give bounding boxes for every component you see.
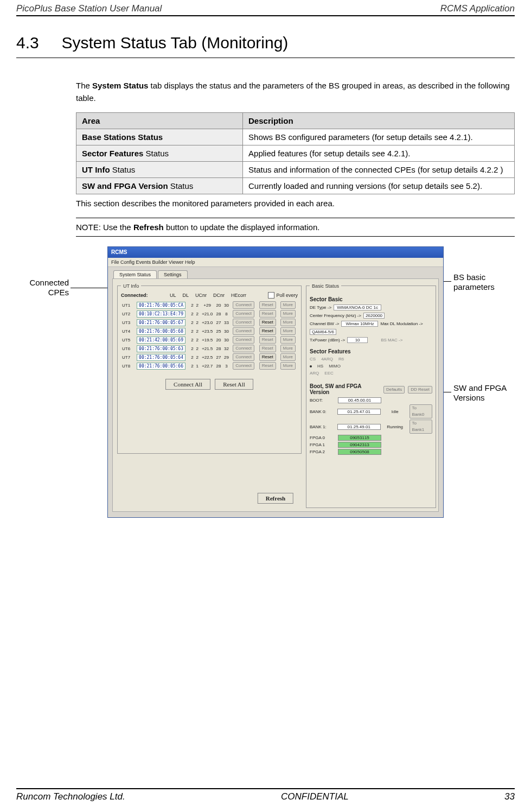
ut-row: UT100:21:76:00:05:CA22+292030ConnectRese…	[121, 301, 298, 309]
page-footer: Runcom Technologies Ltd. CONFIDENTIAL 33	[16, 788, 515, 802]
fw-version: 01.25.47.01	[337, 409, 381, 415]
mac-field[interactable]: 00:21:76:00:05:68	[137, 328, 185, 335]
ut-row: UT800:21:76:00:05:6621+22.7283ConnectRes…	[121, 361, 298, 370]
ut-info-legend: UT Info	[121, 283, 141, 289]
mac-field[interactable]: 00:21:76:00:05:CA	[137, 302, 185, 309]
table-row: Base Stations Status Shows BS configured…	[76, 129, 515, 145]
callout-connected-cpes: Connected CPEs	[17, 278, 69, 297]
more-button[interactable]: More	[280, 353, 296, 361]
table-row: UT Info Status Status and information of…	[76, 162, 515, 178]
connect-button[interactable]: Connect	[233, 362, 254, 370]
txpower-field[interactable]: 10	[347, 337, 368, 343]
center-freq-field[interactable]: 2620000	[363, 313, 385, 319]
de-type-field[interactable]: WiMAXNOA-0 DC 1c	[334, 304, 381, 310]
fw-version: 01.25.49.01	[337, 424, 381, 430]
table-header-row: Area Description	[76, 113, 515, 129]
connected-label: Connected:	[121, 293, 167, 298]
intro-paragraph: The System Status tab displays the statu…	[76, 80, 515, 104]
window-titlebar: RCMS	[108, 247, 443, 258]
ut-row: UT500:21:42:00:05:6922+19.52030ConnectRe…	[121, 335, 298, 344]
reset-button[interactable]: Reset	[259, 301, 276, 309]
mac-field[interactable]: 00:10:C2:13:E4:79	[137, 310, 185, 318]
mac-field[interactable]: 00:21:42:00:05:69	[137, 337, 185, 344]
reset-all-button[interactable]: Reset All	[215, 379, 253, 390]
page-header: PicoPlus Base Station User Manual RCMS A…	[16, 3, 515, 16]
to-bank-button[interactable]: To Bank0	[410, 404, 432, 418]
defaults-button[interactable]: Defaults	[383, 386, 405, 394]
to-bank-button[interactable]: To Bank1	[410, 420, 432, 434]
reset-button[interactable]: Reset	[259, 362, 276, 370]
mac-field[interactable]: 00:21:76:00:05:64	[137, 354, 185, 361]
version-head: Boot, SW and FPGA Version	[310, 383, 380, 395]
more-button[interactable]: More	[280, 345, 296, 352]
poll-checkbox[interactable]	[268, 292, 274, 299]
more-button[interactable]: More	[280, 327, 296, 335]
reset-button[interactable]: Reset	[259, 327, 276, 335]
more-button[interactable]: More	[280, 319, 296, 326]
reset-button[interactable]: Reset	[259, 353, 276, 361]
header-right: RCMS Application	[440, 3, 515, 14]
tab-system-status[interactable]: System Status	[113, 270, 157, 278]
reset-button[interactable]: Reset	[259, 336, 276, 344]
col-area: Area	[76, 113, 243, 129]
footer-left: Runcom Technologies Ltd.	[16, 791, 125, 802]
sector-basic-head: Sector Basic	[310, 296, 432, 302]
ut-row: UT700:21:76:00:05:6422+22.52729ConnectRe…	[121, 353, 298, 361]
connect-button[interactable]: Connect	[233, 336, 254, 344]
connect-button[interactable]: Connect	[233, 353, 254, 361]
ut-row: UT300:21:76:00:05:6722+23.02733ConnectRe…	[121, 318, 298, 327]
more-button[interactable]: More	[280, 362, 296, 370]
fw-row: FPGA 109042313	[310, 442, 432, 448]
fw-version: 09050508	[338, 449, 381, 455]
section-title-text: System Status Tab (Monitoring)	[61, 34, 288, 52]
mac-field[interactable]: 00:21:76:00:05:67	[137, 319, 185, 326]
monitored-paragraph: This section describes the monitored par…	[76, 199, 515, 208]
reset-button[interactable]: Reset	[259, 310, 276, 318]
mod-field[interactable]: QAM64-5/6	[310, 329, 336, 335]
reset-button[interactable]: Reset	[259, 319, 276, 326]
ut-row: UT400:21:76:00:05:6822+23.52530ConnectRe…	[121, 327, 298, 335]
fw-row: BOOT:00.45.00.01	[310, 397, 432, 403]
section-number: 4.3	[16, 34, 39, 52]
table-row: SW and FPGA Version Status Currently loa…	[76, 178, 515, 194]
fw-version: 00.45.00.01	[338, 397, 381, 403]
fw-row: BANK 1:01.25.49.01RunningTo Bank1	[310, 420, 432, 434]
more-button[interactable]: More	[280, 336, 296, 344]
fw-version: 09042313	[338, 442, 381, 448]
sector-features-head: Sector Features	[310, 348, 432, 354]
col-desc: Description	[243, 113, 515, 129]
tab-settings[interactable]: Settings	[158, 270, 188, 278]
description-table: Area Description Base Stations Status Sh…	[76, 112, 515, 194]
mac-field[interactable]: 00:21:76:00:05:63	[137, 345, 185, 352]
menubar[interactable]: File Config Events Builder Viewer Help	[108, 258, 443, 267]
connect-button[interactable]: Connect	[233, 310, 254, 318]
dd-reset-button[interactable]: DD Reset	[408, 386, 432, 394]
basic-status-group: Basic Status Sector Basic DE Type -> WiM…	[306, 286, 436, 508]
reset-button[interactable]: Reset	[259, 345, 276, 352]
footer-center: CONFIDENTIAL	[281, 791, 349, 802]
ut-row: UT600:21:76:00:05:6322+21.52832ConnectRe…	[121, 344, 298, 353]
connected-row: Connected: UL DL UCnr DCnr HEcorr Poll e…	[121, 292, 298, 299]
connect-button[interactable]: Connect	[233, 327, 254, 335]
callout-sw-fpga: SW and FPGA Versions	[453, 383, 515, 403]
connect-button[interactable]: Connect	[233, 301, 254, 309]
poll-every-label: Poll every	[276, 293, 298, 298]
header-left: PicoPlus Base Station User Manual	[16, 3, 162, 14]
refresh-button[interactable]: Refresh	[258, 493, 293, 504]
footer-right: 33	[504, 791, 515, 802]
section-heading: 4.3 System Status Tab (Monitoring)	[16, 34, 515, 58]
basic-status-legend: Basic Status	[310, 283, 341, 289]
connect-button[interactable]: Connect	[233, 319, 254, 326]
more-button[interactable]: More	[280, 310, 296, 318]
callout-line	[71, 288, 111, 288]
ut-row: UT200:10:C2:13:E4:7922+21.0288ConnectRes…	[121, 309, 298, 318]
connect-button[interactable]: Connect	[233, 345, 254, 352]
connect-all-button[interactable]: Connect All	[165, 379, 210, 390]
more-button[interactable]: More	[280, 301, 296, 309]
mac-field[interactable]: 00:21:76:00:05:66	[137, 363, 185, 370]
panel-body: UT Info Connected: UL DL UCnr DCnr HEcor…	[112, 278, 439, 512]
bw-field[interactable]: Wimax 10MHz	[341, 321, 378, 327]
fw-version: 09053115	[338, 435, 381, 441]
figure-area: Connected CPEs BS basic parameters SW an…	[76, 246, 515, 529]
fw-row: FPGA 009053115	[310, 435, 432, 441]
